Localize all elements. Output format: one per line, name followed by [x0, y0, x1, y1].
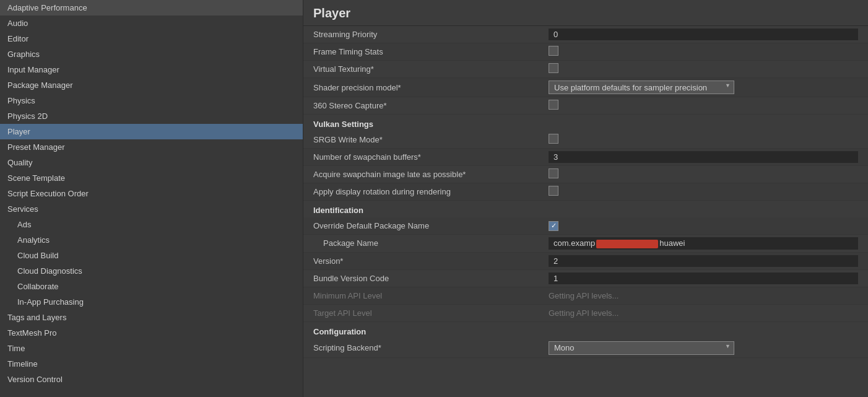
checkbox[interactable]	[549, 100, 558, 110]
sidebar-item-time[interactable]: Time	[0, 341, 303, 356]
row-value: 1	[549, 273, 858, 284]
sidebar-item-version-control[interactable]: Version Control	[0, 372, 303, 387]
row-label: Version*	[313, 256, 549, 266]
sidebar-item-analytics[interactable]: Analytics	[0, 232, 303, 248]
table-row: Bundle Version Code1	[303, 270, 868, 287]
sidebar-item-label: Preset Manager	[7, 142, 65, 152]
sidebar-item-label: Scene Template	[7, 173, 65, 183]
sidebar-item-services[interactable]: Services	[0, 201, 303, 217]
sidebar-item-label: Player	[7, 127, 30, 136]
dropdown-select[interactable]: Use platform defaults for sampler precis…	[549, 81, 734, 94]
sidebar-item-label: Audio	[7, 19, 28, 28]
checkbox[interactable]	[549, 186, 558, 196]
sidebar-item-label: Cloud Diagnostics	[17, 266, 82, 276]
sidebar-item-textmesh-pro[interactable]: TextMesh Pro	[0, 325, 303, 341]
checkbox[interactable]	[549, 134, 558, 144]
sidebar-item-label: Timeline	[7, 359, 38, 369]
sidebar-item-label: Physics	[7, 96, 35, 105]
table-row: Streaming Priority0	[303, 26, 868, 43]
section-header: Identification	[303, 201, 868, 217]
dropdown-wrapper[interactable]: Mono	[549, 341, 734, 355]
sidebar-item-label: Analytics	[17, 235, 50, 245]
sidebar-item-editor[interactable]: Editor	[0, 31, 303, 46]
sidebar-item-label: Version Control	[7, 375, 63, 384]
sidebar-item-physics[interactable]: Physics	[0, 93, 303, 108]
dropdown-wrapper[interactable]: Use platform defaults for sampler precis…	[549, 81, 734, 94]
main-content: Player Streaming Priority0Frame Timing S…	[303, 0, 868, 397]
table-row: 360 Stereo Capture*	[303, 97, 868, 115]
row-value	[549, 168, 858, 180]
table-row: Scripting Backend*Mono	[303, 339, 868, 358]
sidebar-item-label: Collaborate	[17, 282, 59, 291]
sidebar-item-label: Cloud Build	[17, 251, 59, 260]
table-row: Target API LevelGetting API levels...	[303, 305, 868, 322]
sidebar-item-preset-manager[interactable]: Preset Manager	[0, 139, 303, 155]
row-value: Use platform defaults for sampler precis…	[549, 81, 858, 94]
sidebar-item-tags-and-layers[interactable]: Tags and Layers	[0, 310, 303, 325]
sidebar-item-label: In-App Purchasing	[17, 297, 84, 307]
sidebar-item-label: Adaptive Performance	[7, 3, 87, 12]
table-row: Override Default Package Name	[303, 217, 868, 235]
sidebar-item-timeline[interactable]: Timeline	[0, 356, 303, 372]
row-label: Bundle Version Code	[313, 274, 549, 283]
section-header: Vulkan Settings	[303, 115, 868, 131]
row-value	[549, 186, 858, 198]
sidebar: Adaptive PerformanceAudioEditorGraphicsI…	[0, 0, 303, 397]
sidebar-item-audio[interactable]: Audio	[0, 15, 303, 31]
sidebar-item-graphics[interactable]: Graphics	[0, 46, 303, 62]
sidebar-item-adaptive-performance[interactable]: Adaptive Performance	[0, 0, 303, 15]
table-row: Virtual Texturing*	[303, 61, 868, 78]
sidebar-item-physics-2d[interactable]: Physics 2D	[0, 108, 303, 124]
sidebar-item-scene-template[interactable]: Scene Template	[0, 170, 303, 186]
row-label: Virtual Texturing*	[313, 64, 549, 74]
checkbox[interactable]	[549, 63, 558, 73]
sidebar-item-ads[interactable]: Ads	[0, 217, 303, 232]
checkbox[interactable]	[549, 46, 558, 56]
sidebar-item-label: Editor	[7, 34, 28, 43]
checkbox[interactable]	[549, 221, 558, 231]
number-field: 1	[549, 273, 858, 284]
text-value: Getting API levels...	[549, 308, 618, 318]
sidebar-item-label: Services	[7, 204, 38, 214]
sidebar-item-label: Tags and Layers	[7, 313, 66, 322]
table-row: Shader precision model*Use platform defa…	[303, 78, 868, 97]
content-area: Streaming Priority0Frame Timing StatsVir…	[303, 26, 868, 358]
row-value	[549, 220, 858, 231]
table-row: Number of swapchain buffers*3	[303, 149, 868, 166]
sidebar-item-collaborate[interactable]: Collaborate	[0, 279, 303, 294]
sidebar-item-label: Physics 2D	[7, 111, 48, 121]
sidebar-item-input-manager[interactable]: Input Manager	[0, 62, 303, 77]
main-header: Player	[303, 0, 868, 26]
number-field: 0	[549, 28, 858, 40]
row-label: 360 Stereo Capture*	[313, 101, 549, 110]
row-value: Mono	[549, 341, 858, 355]
sidebar-item-player[interactable]: Player	[0, 124, 303, 139]
sidebar-item-in-app-purchasing[interactable]: In-App Purchasing	[0, 294, 303, 310]
package-name-display[interactable]: com.examphuawei	[549, 237, 858, 250]
row-value: com.examphuawei	[549, 237, 858, 250]
checkbox[interactable]	[549, 168, 558, 178]
row-value	[549, 46, 858, 58]
sidebar-item-script-execution-order[interactable]: Script Execution Order	[0, 186, 303, 201]
sidebar-item-label: Package Manager	[7, 81, 73, 90]
sidebar-item-cloud-diagnostics[interactable]: Cloud Diagnostics	[0, 263, 303, 279]
row-label: Number of swapchain buffers*	[313, 152, 549, 162]
table-row: Frame Timing Stats	[303, 43, 868, 61]
section-header: Configuration	[303, 322, 868, 339]
table-row: Version*2	[303, 253, 868, 270]
dropdown-select[interactable]: Mono	[549, 341, 734, 355]
row-value: 0	[549, 28, 858, 40]
row-value: Getting API levels...	[549, 291, 858, 300]
sidebar-item-label: Input Manager	[7, 65, 59, 74]
sidebar-item-package-manager[interactable]: Package Manager	[0, 77, 303, 93]
row-value: 2	[549, 255, 858, 267]
sidebar-item-cloud-build[interactable]: Cloud Build	[0, 248, 303, 263]
sidebar-item-label: Script Execution Order	[7, 189, 89, 198]
table-row: Apply display rotation during rendering	[303, 183, 868, 201]
row-label: Target API Level	[313, 308, 549, 318]
row-label: SRGB Write Mode*	[313, 135, 549, 144]
sidebar-item-label: Ads	[17, 220, 31, 229]
row-value	[549, 100, 858, 111]
sidebar-item-quality[interactable]: Quality	[0, 155, 303, 170]
row-label: Streaming Priority	[313, 30, 549, 39]
